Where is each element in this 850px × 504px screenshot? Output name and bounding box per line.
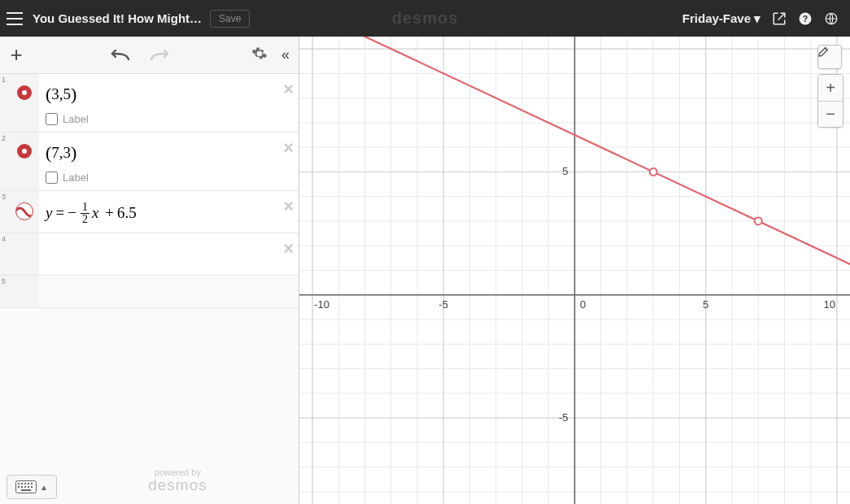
- undo-button[interactable]: [111, 45, 132, 66]
- globe-icon[interactable]: [824, 11, 839, 26]
- expression-list: 1 (3,5) Label × 2 (7,3): [0, 74, 299, 504]
- collapse-panel-button[interactable]: «: [272, 46, 299, 63]
- svg-text:0: 0: [580, 298, 586, 311]
- add-expression-button[interactable]: +: [0, 37, 33, 74]
- menu-icon[interactable]: [0, 12, 29, 25]
- redo-button[interactable]: [148, 45, 169, 66]
- expression-row-empty[interactable]: 5: [0, 276, 299, 308]
- top-bar: You Guessed It! How Might… Save desmos F…: [0, 0, 850, 37]
- point-icon[interactable]: [17, 85, 32, 100]
- svg-rect-10: [21, 486, 23, 488]
- graph-settings-button[interactable]: [817, 45, 842, 69]
- svg-text:-5: -5: [559, 411, 569, 424]
- line-icon[interactable]: [15, 202, 33, 220]
- brand-logo: desmos: [392, 9, 459, 28]
- row-index: 5: [0, 276, 10, 307]
- svg-text:5: 5: [562, 165, 568, 177]
- svg-text:?: ?: [803, 13, 808, 23]
- graph-svg[interactable]: -10-505105-5: [299, 37, 850, 504]
- svg-rect-7: [28, 483, 29, 484]
- zoom-out-button[interactable]: −: [818, 101, 843, 127]
- user-name: Friday-Fave: [682, 11, 751, 25]
- svg-rect-12: [28, 486, 29, 488]
- settings-button[interactable]: [246, 46, 272, 65]
- svg-rect-6: [24, 483, 26, 484]
- label-checkbox[interactable]: [46, 113, 58, 125]
- expression-text[interactable]: y = − 12 x + 6.5: [46, 201, 290, 224]
- user-menu[interactable]: Friday-Fave ▾: [682, 11, 761, 26]
- expression-panel: + « 1 (3,5): [0, 37, 299, 504]
- graph-controls: + −: [817, 45, 843, 128]
- expression-text[interactable]: (3,5): [46, 84, 290, 105]
- caret-down-icon: ▾: [754, 11, 761, 26]
- caret-up-icon: ▲: [40, 483, 48, 492]
- expression-row-empty[interactable]: 4 ×: [0, 233, 299, 276]
- svg-rect-8: [31, 483, 33, 484]
- svg-text:-5: -5: [439, 298, 449, 311]
- svg-rect-9: [18, 486, 20, 488]
- share-icon[interactable]: [772, 11, 787, 26]
- keyboard-button[interactable]: ▲: [7, 475, 57, 499]
- label-toggle[interactable]: Label: [46, 172, 290, 184]
- label-text: Label: [63, 113, 89, 125]
- delete-row-button[interactable]: ×: [283, 238, 294, 259]
- delete-row-button[interactable]: ×: [283, 137, 294, 159]
- svg-rect-14: [21, 489, 31, 491]
- row-index: 1: [0, 74, 10, 132]
- svg-text:5: 5: [703, 298, 708, 311]
- svg-rect-4: [18, 483, 20, 484]
- help-icon[interactable]: ?: [798, 11, 813, 26]
- powered-by: powered by desmos: [57, 467, 299, 494]
- page-title[interactable]: You Guessed It! How Might…: [33, 11, 202, 25]
- row-index: 4: [0, 233, 10, 275]
- expression-text[interactable]: (7,3): [46, 142, 290, 163]
- label-toggle[interactable]: Label: [46, 113, 290, 125]
- svg-rect-11: [24, 486, 26, 488]
- panel-footer: ▲ powered by desmos: [0, 455, 299, 499]
- svg-text:-10: -10: [314, 298, 329, 311]
- svg-point-67: [650, 168, 657, 176]
- label-checkbox[interactable]: [46, 172, 58, 184]
- svg-rect-13: [31, 486, 33, 488]
- expression-row[interactable]: 1 (3,5) Label ×: [0, 74, 299, 133]
- expression-toolbar: + «: [0, 37, 299, 74]
- zoom-in-button[interactable]: +: [818, 75, 843, 101]
- svg-text:10: 10: [823, 298, 835, 311]
- delete-row-button[interactable]: ×: [283, 79, 294, 100]
- save-button[interactable]: Save: [210, 10, 250, 28]
- svg-rect-5: [21, 483, 23, 484]
- expression-row[interactable]: 2 (7,3) Label ×: [0, 133, 299, 191]
- expression-row[interactable]: 3 y = − 12 x + 6.5: [0, 191, 299, 233]
- row-index: 2: [0, 133, 10, 190]
- row-index: 3: [0, 191, 10, 232]
- graph-canvas[interactable]: -10-505105-5 + −: [299, 37, 850, 504]
- label-text: Label: [63, 172, 89, 184]
- delete-row-button[interactable]: ×: [283, 196, 294, 217]
- point-icon[interactable]: [17, 144, 32, 159]
- svg-point-68: [755, 217, 762, 224]
